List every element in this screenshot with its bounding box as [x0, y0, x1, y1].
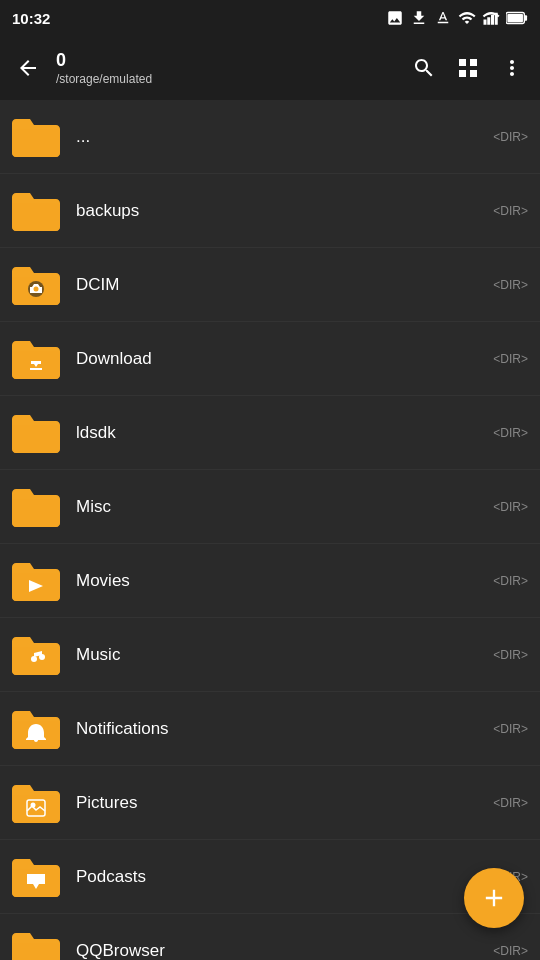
- file-info: Notifications: [76, 719, 493, 739]
- image-status-icon: [386, 9, 404, 27]
- folder-icon-movies: [8, 553, 64, 609]
- file-name: Notifications: [76, 719, 493, 739]
- battery-icon: [506, 9, 528, 27]
- file-name: Podcasts: [76, 867, 493, 887]
- file-name: DCIM: [76, 275, 493, 295]
- file-info: Podcasts: [76, 867, 493, 887]
- folder-icon-qqbrowser: [8, 923, 64, 961]
- file-info: ...: [76, 127, 493, 147]
- dir-label: <DIR>: [493, 944, 532, 958]
- list-item[interactable]: Movies<DIR>: [0, 544, 540, 618]
- top-bar: 0 /storage/emulated: [0, 36, 540, 100]
- file-name: backups: [76, 201, 493, 221]
- add-button[interactable]: [464, 868, 524, 928]
- file-list: ...<DIR> backups<DIR> DCIM<DIR> Download…: [0, 100, 540, 960]
- selected-count: 0: [56, 50, 396, 72]
- file-info: DCIM: [76, 275, 493, 295]
- dir-label: <DIR>: [493, 648, 532, 662]
- svg-rect-9: [30, 368, 42, 370]
- title-area: 0 /storage/emulated: [56, 50, 396, 86]
- dir-label: <DIR>: [493, 426, 532, 440]
- file-info: Download: [76, 349, 493, 369]
- dir-label: <DIR>: [493, 130, 532, 144]
- file-info: ldsdk: [76, 423, 493, 443]
- folder-icon-music: [8, 627, 64, 683]
- folder-icon-pictures: [8, 775, 64, 831]
- file-info: Music: [76, 645, 493, 665]
- dir-label: <DIR>: [493, 204, 532, 218]
- list-item[interactable]: Podcasts<DIR>: [0, 840, 540, 914]
- folder-icon-dcim: [8, 257, 64, 313]
- list-item[interactable]: Pictures<DIR>: [0, 766, 540, 840]
- folder-icon-notifications: [8, 701, 64, 757]
- dir-label: <DIR>: [493, 722, 532, 736]
- list-item[interactable]: backups<DIR>: [0, 174, 540, 248]
- folder-icon-download: [8, 331, 64, 387]
- svg-point-8: [34, 286, 39, 291]
- back-button[interactable]: [8, 48, 48, 88]
- file-info: Pictures: [76, 793, 493, 813]
- file-name: Movies: [76, 571, 493, 591]
- file-name: Misc: [76, 497, 493, 517]
- list-item[interactable]: QQBrowser<DIR>: [0, 914, 540, 960]
- list-item[interactable]: ldsdk<DIR>: [0, 396, 540, 470]
- grid-view-button[interactable]: [448, 48, 488, 88]
- more-options-button[interactable]: [492, 48, 532, 88]
- file-name: Pictures: [76, 793, 493, 813]
- list-item[interactable]: Download<DIR>: [0, 322, 540, 396]
- add-icon: [480, 884, 508, 912]
- wifi-icon: [458, 9, 476, 27]
- list-item[interactable]: ...<DIR>: [0, 100, 540, 174]
- dir-label: <DIR>: [493, 574, 532, 588]
- folder-icon-podcasts: [8, 849, 64, 905]
- folder-icon-partial-top: [8, 109, 64, 165]
- file-info: backups: [76, 201, 493, 221]
- file-name: ldsdk: [76, 423, 493, 443]
- dir-label: <DIR>: [493, 352, 532, 366]
- svg-point-11: [31, 656, 37, 662]
- file-info: Misc: [76, 497, 493, 517]
- more-icon: [500, 56, 524, 80]
- svg-rect-5: [524, 15, 527, 21]
- current-path: /storage/emulated: [56, 72, 396, 86]
- signal-icon: [482, 9, 500, 27]
- folder-icon-misc: [8, 479, 64, 535]
- folder-icon-ldsdk: [8, 405, 64, 461]
- status-icons: [386, 9, 528, 27]
- list-item[interactable]: Misc<DIR>: [0, 470, 540, 544]
- search-icon: [412, 56, 436, 80]
- top-actions: [404, 48, 532, 88]
- folder-icon-backups: [8, 183, 64, 239]
- dir-label: <DIR>: [493, 796, 532, 810]
- svg-point-12: [39, 654, 45, 660]
- dir-label: <DIR>: [493, 278, 532, 292]
- search-button[interactable]: [404, 48, 444, 88]
- back-icon: [16, 56, 40, 80]
- svg-rect-1: [487, 17, 490, 25]
- grid-icon: [456, 56, 480, 80]
- file-name: ...: [76, 127, 493, 147]
- list-item[interactable]: DCIM<DIR>: [0, 248, 540, 322]
- dir-label: <DIR>: [493, 500, 532, 514]
- list-item[interactable]: Notifications<DIR>: [0, 692, 540, 766]
- svg-rect-2: [491, 15, 494, 25]
- svg-rect-0: [484, 20, 487, 25]
- list-item[interactable]: Music<DIR>: [0, 618, 540, 692]
- status-bar: 10:32: [0, 0, 540, 36]
- file-name: Music: [76, 645, 493, 665]
- file-info: QQBrowser: [76, 941, 493, 961]
- text-status-icon: [434, 9, 452, 27]
- file-info: Movies: [76, 571, 493, 591]
- svg-rect-6: [507, 14, 523, 22]
- status-time: 10:32: [12, 10, 50, 27]
- svg-rect-3: [495, 13, 498, 25]
- file-name: QQBrowser: [76, 941, 493, 961]
- file-name: Download: [76, 349, 493, 369]
- download-status-icon: [410, 9, 428, 27]
